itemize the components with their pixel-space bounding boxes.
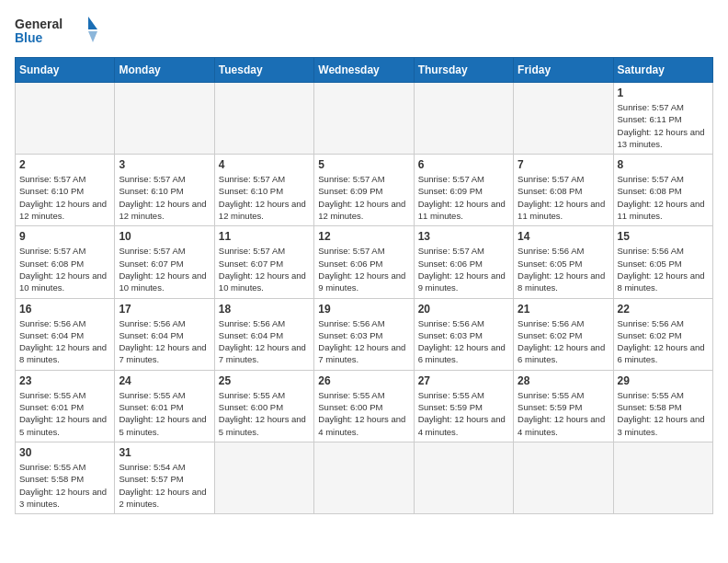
day-number: 3 [119,158,210,171]
day-of-week-header: Sunday [16,58,115,83]
day-info: Sunrise: 5:55 AM Sunset: 5:59 PM Dayligh… [518,389,609,438]
day-number: 15 [618,230,709,243]
day-info: Sunrise: 5:55 AM Sunset: 6:01 PM Dayligh… [19,389,110,438]
day-number: 4 [219,158,310,171]
calendar-cell: 23Sunrise: 5:55 AM Sunset: 6:01 PM Dayli… [16,370,115,442]
day-info: Sunrise: 5:57 AM Sunset: 6:10 PM Dayligh… [19,173,110,222]
calendar-week-row: 2Sunrise: 5:57 AM Sunset: 6:10 PM Daylig… [16,155,713,226]
day-info: Sunrise: 5:57 AM Sunset: 6:10 PM Dayligh… [219,173,310,222]
calendar-week-row: 1Sunrise: 5:57 AM Sunset: 6:11 PM Daylig… [16,83,713,155]
calendar-cell [16,83,115,155]
day-of-week-header: Wednesday [314,58,414,83]
calendar-body: 1Sunrise: 5:57 AM Sunset: 6:11 PM Daylig… [16,83,713,514]
calendar-cell [414,83,513,155]
day-number: 16 [19,303,110,316]
day-number: 14 [518,230,609,243]
day-number: 28 [518,374,609,387]
day-number: 13 [418,230,509,243]
day-info: Sunrise: 5:55 AM Sunset: 6:00 PM Dayligh… [318,389,409,438]
page-header: General Blue [15,15,713,48]
calendar-cell: 14Sunrise: 5:56 AM Sunset: 6:05 PM Dayli… [514,226,613,298]
day-info: Sunrise: 5:57 AM Sunset: 6:09 PM Dayligh… [418,173,509,222]
calendar-cell: 27Sunrise: 5:55 AM Sunset: 5:59 PM Dayli… [414,370,513,442]
calendar-cell: 5Sunrise: 5:57 AM Sunset: 6:09 PM Daylig… [314,155,414,226]
svg-marker-3 [88,31,97,42]
day-of-week-header: Monday [115,58,214,83]
day-number: 17 [119,303,210,316]
day-info: Sunrise: 5:56 AM Sunset: 6:04 PM Dayligh… [19,317,110,366]
calendar-cell [314,83,414,155]
calendar-cell: 2Sunrise: 5:57 AM Sunset: 6:10 PM Daylig… [16,155,115,226]
calendar-cell [214,442,313,513]
svg-text:Blue: Blue [15,30,43,45]
calendar-cell: 19Sunrise: 5:56 AM Sunset: 6:03 PM Dayli… [314,298,414,370]
calendar-cell [514,442,613,513]
day-number: 30 [19,446,110,459]
day-number: 24 [119,374,210,387]
day-number: 9 [19,230,110,243]
calendar-cell: 22Sunrise: 5:56 AM Sunset: 6:02 PM Dayli… [613,298,712,370]
day-info: Sunrise: 5:57 AM Sunset: 6:07 PM Dayligh… [219,245,310,293]
day-info: Sunrise: 5:57 AM Sunset: 6:08 PM Dayligh… [618,173,709,222]
day-info: Sunrise: 5:56 AM Sunset: 6:04 PM Dayligh… [219,317,310,366]
day-of-week-header: Saturday [613,58,712,83]
day-info: Sunrise: 5:54 AM Sunset: 5:57 PM Dayligh… [119,461,210,510]
day-number: 18 [219,303,310,316]
calendar-cell: 15Sunrise: 5:56 AM Sunset: 6:05 PM Dayli… [613,226,712,298]
day-number: 7 [518,158,609,171]
calendar-cell: 28Sunrise: 5:55 AM Sunset: 5:59 PM Dayli… [514,370,613,442]
day-info: Sunrise: 5:55 AM Sunset: 5:59 PM Dayligh… [418,389,509,438]
day-number: 27 [418,374,509,387]
day-info: Sunrise: 5:57 AM Sunset: 6:11 PM Dayligh… [618,101,709,150]
svg-text:General: General [15,17,63,31]
day-of-week-header: Thursday [414,58,513,83]
day-info: Sunrise: 5:57 AM Sunset: 6:09 PM Dayligh… [318,173,409,222]
calendar-cell: 12Sunrise: 5:57 AM Sunset: 6:06 PM Dayli… [314,226,414,298]
logo: General Blue [15,15,97,48]
day-number: 1 [618,86,709,99]
calendar-cell: 8Sunrise: 5:57 AM Sunset: 6:08 PM Daylig… [613,155,712,226]
calendar-cell: 24Sunrise: 5:55 AM Sunset: 6:01 PM Dayli… [115,370,214,442]
day-number: 29 [618,374,709,387]
day-info: Sunrise: 5:56 AM Sunset: 6:05 PM Dayligh… [518,245,609,293]
calendar-cell: 18Sunrise: 5:56 AM Sunset: 6:04 PM Dayli… [214,298,313,370]
day-number: 10 [119,230,210,243]
day-info: Sunrise: 5:56 AM Sunset: 6:02 PM Dayligh… [618,317,709,366]
day-info: Sunrise: 5:57 AM Sunset: 6:07 PM Dayligh… [119,245,210,293]
day-number: 6 [418,158,509,171]
day-info: Sunrise: 5:56 AM Sunset: 6:03 PM Dayligh… [418,317,509,366]
calendar-week-row: 9Sunrise: 5:57 AM Sunset: 6:08 PM Daylig… [16,226,713,298]
day-info: Sunrise: 5:57 AM Sunset: 6:10 PM Dayligh… [119,173,210,222]
calendar-week-row: 30Sunrise: 5:55 AM Sunset: 5:58 PM Dayli… [16,442,713,513]
day-info: Sunrise: 5:56 AM Sunset: 6:02 PM Dayligh… [518,317,609,366]
day-info: Sunrise: 5:55 AM Sunset: 6:00 PM Dayligh… [219,389,310,438]
calendar-cell [314,442,414,513]
day-number: 31 [119,446,210,459]
day-info: Sunrise: 5:55 AM Sunset: 6:01 PM Dayligh… [119,389,210,438]
day-info: Sunrise: 5:57 AM Sunset: 6:06 PM Dayligh… [318,245,409,293]
calendar-cell: 3Sunrise: 5:57 AM Sunset: 6:10 PM Daylig… [115,155,214,226]
day-info: Sunrise: 5:55 AM Sunset: 5:58 PM Dayligh… [618,389,709,438]
day-number: 20 [418,303,509,316]
calendar-cell: 16Sunrise: 5:56 AM Sunset: 6:04 PM Dayli… [16,298,115,370]
calendar-cell: 13Sunrise: 5:57 AM Sunset: 6:06 PM Dayli… [414,226,513,298]
calendar-cell: 9Sunrise: 5:57 AM Sunset: 6:08 PM Daylig… [16,226,115,298]
calendar-cell: 17Sunrise: 5:56 AM Sunset: 6:04 PM Dayli… [115,298,214,370]
day-number: 19 [318,303,409,316]
calendar-cell: 21Sunrise: 5:56 AM Sunset: 6:02 PM Dayli… [514,298,613,370]
calendar-cell: 29Sunrise: 5:55 AM Sunset: 5:58 PM Dayli… [613,370,712,442]
calendar-cell [514,83,613,155]
day-info: Sunrise: 5:56 AM Sunset: 6:05 PM Dayligh… [618,245,709,293]
logo-svg: General Blue [15,15,97,48]
day-info: Sunrise: 5:57 AM Sunset: 6:08 PM Dayligh… [518,173,609,222]
header-row: SundayMondayTuesdayWednesdayThursdayFrid… [16,58,713,83]
calendar-cell [414,442,513,513]
day-info: Sunrise: 5:56 AM Sunset: 6:03 PM Dayligh… [318,317,409,366]
day-number: 2 [19,158,110,171]
calendar-cell [613,442,712,513]
calendar-cell [115,83,214,155]
day-info: Sunrise: 5:57 AM Sunset: 6:08 PM Dayligh… [19,245,110,293]
day-info: Sunrise: 5:56 AM Sunset: 6:04 PM Dayligh… [119,317,210,366]
calendar-cell: 20Sunrise: 5:56 AM Sunset: 6:03 PM Dayli… [414,298,513,370]
day-number: 26 [318,374,409,387]
